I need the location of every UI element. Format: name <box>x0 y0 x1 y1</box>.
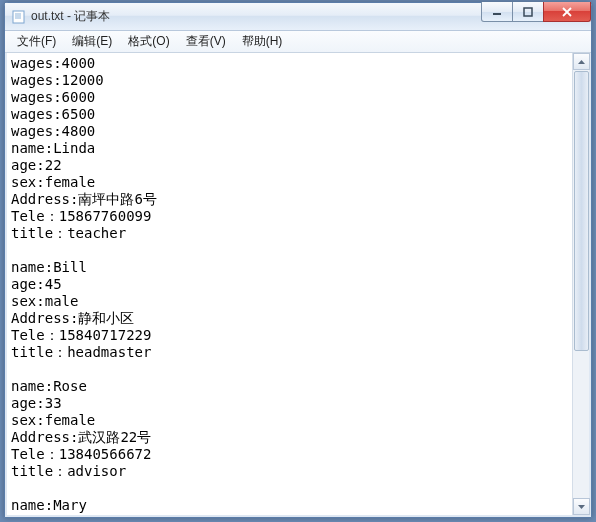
client-area: wages:4000 wages:12000 wages:6000 wages:… <box>5 53 591 517</box>
scroll-thumb[interactable] <box>574 71 589 351</box>
minimize-button[interactable] <box>481 2 513 22</box>
svg-rect-4 <box>493 13 501 15</box>
menubar: 文件(F) 编辑(E) 格式(O) 查看(V) 帮助(H) <box>5 31 591 53</box>
titlebar[interactable]: out.txt - 记事本 <box>5 3 591 31</box>
menu-view[interactable]: 查看(V) <box>178 31 234 52</box>
window-controls <box>482 2 591 22</box>
menu-help[interactable]: 帮助(H) <box>234 31 291 52</box>
svg-rect-5 <box>524 8 532 16</box>
window-title: out.txt - 记事本 <box>31 8 110 25</box>
menu-edit[interactable]: 编辑(E) <box>64 31 120 52</box>
vertical-scrollbar[interactable] <box>572 53 589 515</box>
notepad-icon <box>11 9 27 25</box>
close-button[interactable] <box>543 2 591 22</box>
menu-format[interactable]: 格式(O) <box>120 31 177 52</box>
notepad-window: out.txt - 记事本 文件(F) 编辑(E) 格式(O) 查看(V) 帮助… <box>4 2 592 518</box>
menu-file[interactable]: 文件(F) <box>9 31 64 52</box>
scroll-down-button[interactable] <box>573 498 590 515</box>
scroll-up-button[interactable] <box>573 53 590 70</box>
svg-rect-0 <box>13 11 24 23</box>
maximize-button[interactable] <box>512 2 544 22</box>
text-content[interactable]: wages:4000 wages:12000 wages:6000 wages:… <box>7 53 572 515</box>
